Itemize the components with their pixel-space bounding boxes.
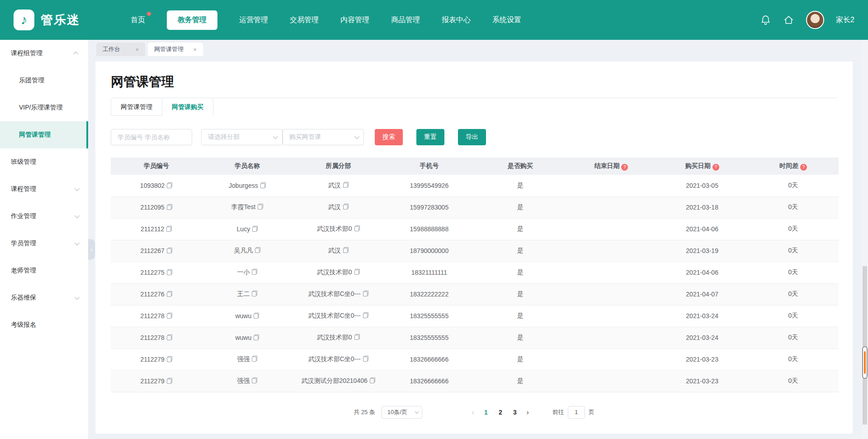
home-icon[interactable] <box>783 14 794 26</box>
copy-icon[interactable] <box>255 247 260 253</box>
copy-icon[interactable] <box>343 182 349 188</box>
table-cell: 是 <box>475 283 566 305</box>
page-number[interactable]: 2 <box>493 409 508 416</box>
table-cell: 18325555555 <box>384 327 475 348</box>
open-tab[interactable]: 网管课管理× <box>148 43 203 56</box>
cell-value: 18321111111 <box>411 269 447 276</box>
table-cell: 0天 <box>748 218 839 240</box>
sidebar-collapse-handle[interactable]: ‹ <box>88 239 95 260</box>
copy-icon[interactable] <box>167 204 172 210</box>
sidebar-item[interactable]: 课程组管理 <box>0 40 88 67</box>
copy-icon[interactable] <box>167 248 172 253</box>
page-number[interactable]: 1 <box>479 409 493 416</box>
sidebar-item[interactable]: 考级报名 <box>0 311 88 339</box>
sidebar-item[interactable]: 班级管理 <box>0 148 88 176</box>
app-logo[interactable]: ♪ 管乐迷 <box>14 10 80 30</box>
copy-icon[interactable] <box>363 312 368 318</box>
copy-icon[interactable] <box>370 377 375 383</box>
nav-item[interactable]: 教务管理 <box>167 10 217 30</box>
copy-icon[interactable] <box>343 247 349 253</box>
notification-bell-icon[interactable] <box>760 14 771 26</box>
copy-icon[interactable] <box>354 334 360 340</box>
nav-item[interactable]: 运营管理 <box>239 10 268 30</box>
student-search-input[interactable] <box>111 129 192 145</box>
sidebar-item[interactable]: 学员管理 <box>0 230 88 257</box>
help-icon[interactable]: ? <box>712 164 719 171</box>
scrollbar-track[interactable] <box>863 266 867 425</box>
table-header-row: 学员编号学员名称所属分部手机号是否购买结束日期?购买日期?时间差? <box>111 157 839 175</box>
copy-icon[interactable] <box>252 291 257 296</box>
copy-icon[interactable] <box>252 226 258 232</box>
open-tab[interactable]: 工作台× <box>96 43 145 56</box>
content-area: 工作台×网管课管理× 网管课管理 网管课管理网管课购买 请选择分部 购买网管课 … <box>88 40 868 439</box>
table-cell: 18790000000 <box>384 240 475 262</box>
table-cell: 2021-03-23 <box>657 370 748 392</box>
sidebar-item[interactable]: 网管课管理 <box>0 121 88 148</box>
nav-item[interactable]: 系统设置 <box>492 10 521 30</box>
cell-value: 2112279 <box>140 356 164 363</box>
copy-icon[interactable] <box>167 291 172 297</box>
copy-icon[interactable] <box>167 182 172 188</box>
copy-icon[interactable] <box>254 334 259 340</box>
copy-icon[interactable] <box>167 356 172 362</box>
copy-icon[interactable] <box>252 377 257 383</box>
section-tab[interactable]: 网管课购买 <box>162 98 213 116</box>
copy-icon[interactable] <box>167 378 172 384</box>
copy-icon[interactable] <box>354 225 360 231</box>
page-size-select[interactable]: 10条/页 <box>382 406 422 419</box>
copy-icon[interactable] <box>167 313 172 319</box>
table-cell: 是 <box>475 196 566 218</box>
copy-icon[interactable] <box>252 356 257 362</box>
branch-select[interactable]: 请选择分部 <box>201 129 283 145</box>
prev-page-arrow[interactable]: ‹ <box>467 408 479 416</box>
table-cell <box>566 218 656 240</box>
sidebar-item[interactable]: 作业管理 <box>0 203 88 230</box>
section-tab[interactable]: 网管课管理 <box>111 98 162 116</box>
table-cell: 18322222222 <box>384 283 475 305</box>
copy-icon[interactable] <box>252 269 257 275</box>
export-button[interactable]: 导出 <box>458 129 486 145</box>
scrollbar-thumb[interactable] <box>862 346 868 379</box>
table-row: 2112276王二武汉技术部C坐0---18322222222是2021-04-… <box>111 283 839 305</box>
copy-icon[interactable] <box>258 204 263 210</box>
cell-value: 0天 <box>788 355 798 363</box>
sidebar-item[interactable]: VIP/乐理课管理 <box>0 94 88 121</box>
next-page-arrow[interactable]: › <box>522 408 533 416</box>
table-cell: 是 <box>475 262 566 283</box>
copy-icon[interactable] <box>354 269 360 275</box>
close-icon[interactable]: × <box>135 46 139 53</box>
copy-icon[interactable] <box>343 204 349 210</box>
nav-item[interactable]: 首页 <box>131 10 145 30</box>
help-icon[interactable]: ? <box>800 164 807 171</box>
goto-page-input[interactable] <box>568 406 585 419</box>
copy-icon[interactable] <box>166 226 172 232</box>
copy-icon[interactable] <box>167 269 172 275</box>
vertical-scrollbar[interactable] <box>862 40 868 439</box>
reset-button[interactable]: 重置 <box>416 129 444 145</box>
table-cell: 2021-04-06 <box>657 218 748 240</box>
copy-icon[interactable] <box>254 313 259 319</box>
nav-item[interactable]: 交易管理 <box>290 10 319 30</box>
user-name[interactable]: 家长2 <box>836 15 854 25</box>
close-icon[interactable]: × <box>193 46 197 53</box>
nav-item[interactable]: 报表中心 <box>442 10 471 30</box>
copy-icon[interactable] <box>363 356 368 362</box>
help-icon[interactable]: ? <box>621 164 628 171</box>
section-tabs-divider <box>213 98 837 116</box>
sidebar-item[interactable]: 乐器维保 <box>0 284 88 311</box>
table-cell: 2021-03-19 <box>657 240 748 262</box>
nav-item[interactable]: 内容管理 <box>340 10 369 30</box>
filter-bar: 请选择分部 购买网管课 搜索 重置 导出 <box>111 129 837 145</box>
nav-item[interactable]: 商品管理 <box>391 10 420 30</box>
sidebar-item[interactable]: 乐团管理 <box>0 67 88 94</box>
copy-icon[interactable] <box>363 291 368 296</box>
user-avatar[interactable] <box>806 11 824 29</box>
sidebar-item[interactable]: 课程管理 <box>0 176 88 203</box>
nav-item-label: 运营管理 <box>239 16 268 24</box>
copy-icon[interactable] <box>167 334 172 340</box>
course-select[interactable]: 购买网管课 <box>283 129 364 145</box>
page-number[interactable]: 3 <box>508 409 522 416</box>
sidebar-item[interactable]: 老师管理 <box>0 257 88 284</box>
copy-icon[interactable] <box>260 182 266 188</box>
search-button[interactable]: 搜索 <box>375 129 403 145</box>
